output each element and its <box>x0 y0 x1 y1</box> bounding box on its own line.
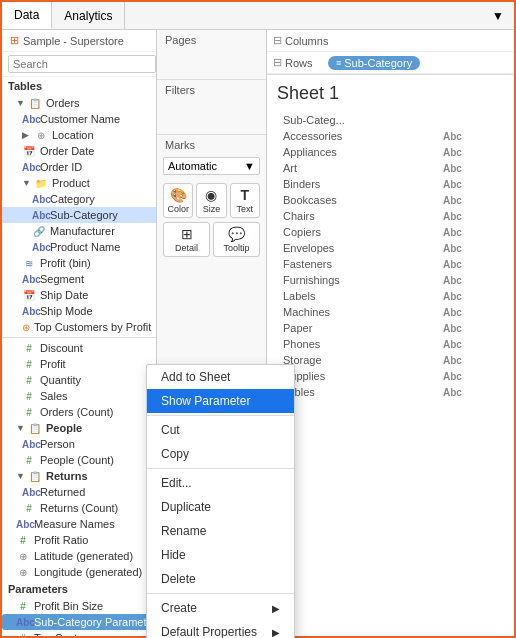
menu-create[interactable]: Create ▶ <box>147 596 294 620</box>
row-value: Abc <box>437 336 504 352</box>
category-item[interactable]: Abc Category <box>2 191 156 207</box>
table-row: ArtAbc <box>277 160 504 176</box>
returns-count-item[interactable]: # Returns (Count) <box>2 500 156 516</box>
profit-bin-size-label: Profit Bin Size <box>34 600 103 612</box>
table-row: PaperAbc <box>277 320 504 336</box>
orders-group[interactable]: ▼ 📋 Orders <box>2 95 156 111</box>
header-subcateg: Sub-Categ... <box>277 112 437 128</box>
menu-rename[interactable]: Rename <box>147 519 294 543</box>
row-value: Abc <box>437 320 504 336</box>
orders-label: Orders <box>46 97 80 109</box>
tab-analytics[interactable]: Analytics <box>52 2 125 29</box>
row-value: Abc <box>437 304 504 320</box>
tab-data[interactable]: Data <box>2 2 52 29</box>
people-group[interactable]: ▼ 📋 People <box>2 420 156 436</box>
row-name: Tables <box>277 384 437 400</box>
sales-item[interactable]: # Sales <box>2 388 156 404</box>
menu-duplicate[interactable]: Duplicate <box>147 495 294 519</box>
order-id-label: Order ID <box>40 161 82 173</box>
row-value: Abc <box>437 128 504 144</box>
columns-label: ⊟ Columns <box>273 34 328 47</box>
ship-date-label: Ship Date <box>40 289 88 301</box>
tooltip-button[interactable]: 💬 Tooltip <box>213 222 260 257</box>
subcategory-pill[interactable]: ≡ Sub-Category <box>328 56 420 70</box>
people-icon: 📋 <box>28 423 42 434</box>
sales-label: Sales <box>40 390 68 402</box>
latitude-label: Latitude (generated) <box>34 550 133 562</box>
abc-icon10: Abc <box>16 519 30 530</box>
right-panel: ⊟ Columns ⊟ Rows ≡ Sub-Category Shee <box>267 30 514 636</box>
search-input[interactable] <box>8 55 156 73</box>
orders-count-item[interactable]: # Orders (Count) <box>2 404 156 420</box>
latitude-item[interactable]: ⊕ Latitude (generated) <box>2 548 156 564</box>
subcategory-item[interactable]: Abc Sub-Category <box>2 207 156 223</box>
top-customers-param-item[interactable]: # Top Customers <box>2 630 156 636</box>
menu-add-to-sheet[interactable]: Add to Sheet <box>147 365 294 389</box>
menu-default-properties[interactable]: Default Properties ▶ <box>147 620 294 638</box>
order-date-item[interactable]: 📅 Order Date <box>2 143 156 159</box>
parameters-header: Parameters <box>2 580 156 598</box>
location-item[interactable]: ▶ ⊕ Location <box>2 127 156 143</box>
rows-text: Rows <box>285 57 313 69</box>
color-button[interactable]: 🎨 Color <box>163 183 193 218</box>
quantity-item[interactable]: # Quantity <box>2 372 156 388</box>
table-row: BookcasesAbc <box>277 192 504 208</box>
menu-edit[interactable]: Edit... <box>147 471 294 495</box>
longitude-item[interactable]: ⊕ Longitude (generated) <box>2 564 156 580</box>
profit-bin-item[interactable]: ≋ Profit (bin) <box>2 255 156 271</box>
create-submenu-arrow: ▶ <box>272 603 280 614</box>
ship-mode-label: Ship Mode <box>40 305 93 317</box>
menu-hide[interactable]: Hide <box>147 543 294 567</box>
hash-icon9: # <box>16 601 30 612</box>
row-name: Fasteners <box>277 256 437 272</box>
menu-cut[interactable]: Cut <box>147 418 294 442</box>
profit-bin-size-item[interactable]: # Profit Bin Size <box>2 598 156 614</box>
returned-item[interactable]: Abc Returned <box>2 484 156 500</box>
location-label: Location <box>52 129 94 141</box>
ship-date-item[interactable]: 📅 Ship Date <box>2 287 156 303</box>
product-group[interactable]: ▼ 📁 Product <box>2 175 156 191</box>
menu-show-parameter[interactable]: Show Parameter <box>147 389 294 413</box>
row-value: Abc <box>437 160 504 176</box>
menu-copy[interactable]: Copy <box>147 442 294 466</box>
marks-type-dropdown[interactable]: Automatic ▼ <box>163 157 260 175</box>
context-menu: Add to Sheet Show Parameter Cut Copy Edi… <box>146 364 295 638</box>
table-row: LabelsAbc <box>277 288 504 304</box>
subcategory-param-label: Sub-Category Parameter <box>34 616 156 628</box>
abc-icon4: Abc <box>32 210 46 221</box>
row-value: Abc <box>437 176 504 192</box>
top-customers-item[interactable]: ⊛ Top Customers by Profit <box>2 319 156 335</box>
search-row: 🔍 ⊟ ▼ <box>2 52 156 77</box>
measure-names-item[interactable]: Abc Measure Names <box>2 516 156 532</box>
product-name-label: Product Name <box>50 241 120 253</box>
product-arrow: ▼ <box>22 178 30 188</box>
table-row: SuppliesAbc <box>277 368 504 384</box>
product-name-item[interactable]: Abc Product Name <box>2 239 156 255</box>
manufacturer-item[interactable]: 🔗 Manufacturer <box>2 223 156 239</box>
detail-button[interactable]: ⊞ Detail <box>163 222 210 257</box>
top-customers-param-label: Top Customers <box>34 632 108 636</box>
text-button[interactable]: T Text <box>230 183 260 218</box>
profit-item[interactable]: # Profit <box>2 356 156 372</box>
returns-count-label: Returns (Count) <box>40 502 118 514</box>
people-header-label: People <box>46 422 82 434</box>
people-count-item[interactable]: # People (Count) <box>2 452 156 468</box>
menu-delete[interactable]: Delete <box>147 567 294 591</box>
subcategory-param-item[interactable]: Abc Sub-Category Parameter <box>2 614 156 630</box>
discount-item[interactable]: # Discount <box>2 340 156 356</box>
order-id-item[interactable]: Abc Order ID <box>2 159 156 175</box>
person-item[interactable]: Abc Person <box>2 436 156 452</box>
ship-mode-item[interactable]: Abc Ship Mode <box>2 303 156 319</box>
color-label: Color <box>167 204 189 214</box>
tab-dropdown-icon[interactable]: ▼ <box>486 5 510 27</box>
returns-group[interactable]: ▼ 📋 Returns <box>2 468 156 484</box>
customer-name-item[interactable]: Abc Customer Name <box>2 111 156 127</box>
size-button[interactable]: ◉ Size <box>196 183 226 218</box>
segment-item[interactable]: Abc Segment <box>2 271 156 287</box>
text-label: Text <box>237 204 254 214</box>
profit-bin-label: Profit (bin) <box>40 257 91 269</box>
columns-shelf: ⊟ Columns <box>267 30 514 52</box>
order-date-label: Order Date <box>40 145 94 157</box>
table-row: ChairsAbc <box>277 208 504 224</box>
profit-ratio-item[interactable]: # Profit Ratio <box>2 532 156 548</box>
